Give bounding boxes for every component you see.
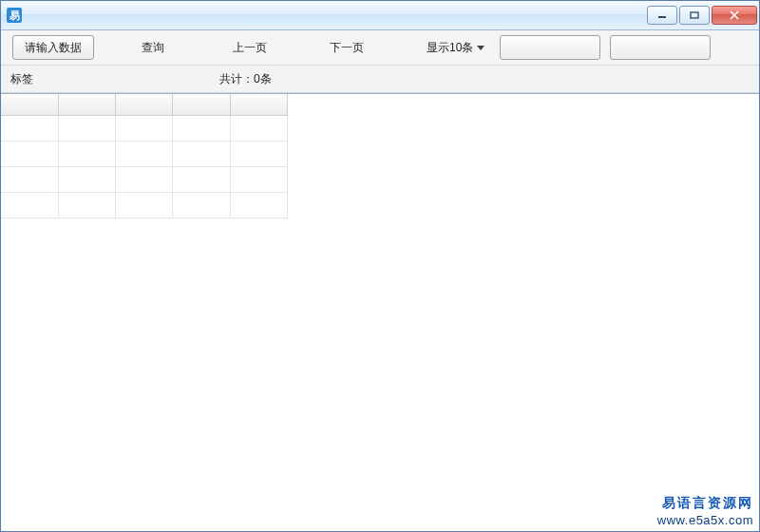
close-icon xyxy=(729,10,740,20)
prev-page-link[interactable]: 上一页 xyxy=(227,40,273,56)
col-header[interactable] xyxy=(173,94,230,116)
col-header[interactable] xyxy=(230,94,287,116)
col-header[interactable] xyxy=(1,94,58,116)
table-header xyxy=(1,94,288,116)
toolbar: 请输入数据 查询 上一页 下一页 显示10条 xyxy=(1,30,759,66)
table-row[interactable] xyxy=(1,142,288,167)
toolbar-button-2[interactable] xyxy=(610,35,711,60)
titlebar: 易 xyxy=(1,1,759,30)
table-row[interactable] xyxy=(1,193,288,218)
table-body xyxy=(1,116,288,218)
col-header[interactable] xyxy=(58,94,115,116)
maximize-button[interactable] xyxy=(679,6,710,25)
app-window: 易 请输入数据 查询 上一页 下一页 显示10条 xyxy=(0,0,760,532)
input-data-button[interactable]: 请输入数据 xyxy=(12,35,94,60)
table-row[interactable] xyxy=(1,116,288,142)
minimize-button[interactable] xyxy=(647,6,677,25)
next-page-link[interactable]: 下一页 xyxy=(324,40,370,56)
toolbar-button-1[interactable] xyxy=(500,35,600,60)
query-link[interactable]: 查询 xyxy=(136,40,170,56)
content-area xyxy=(1,93,759,531)
show-count-select[interactable]: 显示10条 xyxy=(421,40,490,56)
table-row[interactable] xyxy=(1,167,288,193)
window-controls xyxy=(647,6,759,25)
close-button[interactable] xyxy=(712,6,757,25)
titlebar-left: 易 xyxy=(7,8,28,23)
svg-rect-1 xyxy=(691,12,698,18)
col-header[interactable] xyxy=(116,94,173,116)
status-bar: 标签 共计：0条 xyxy=(1,66,759,93)
status-label: 标签 xyxy=(10,71,33,87)
chevron-down-icon xyxy=(477,46,484,50)
app-icon: 易 xyxy=(7,8,22,23)
minimize-icon xyxy=(657,11,667,19)
svg-rect-0 xyxy=(658,16,666,18)
data-table[interactable] xyxy=(1,94,288,218)
maximize-icon xyxy=(690,11,699,19)
status-total: 共计：0条 xyxy=(219,71,272,87)
show-count-label: 显示10条 xyxy=(427,40,473,56)
